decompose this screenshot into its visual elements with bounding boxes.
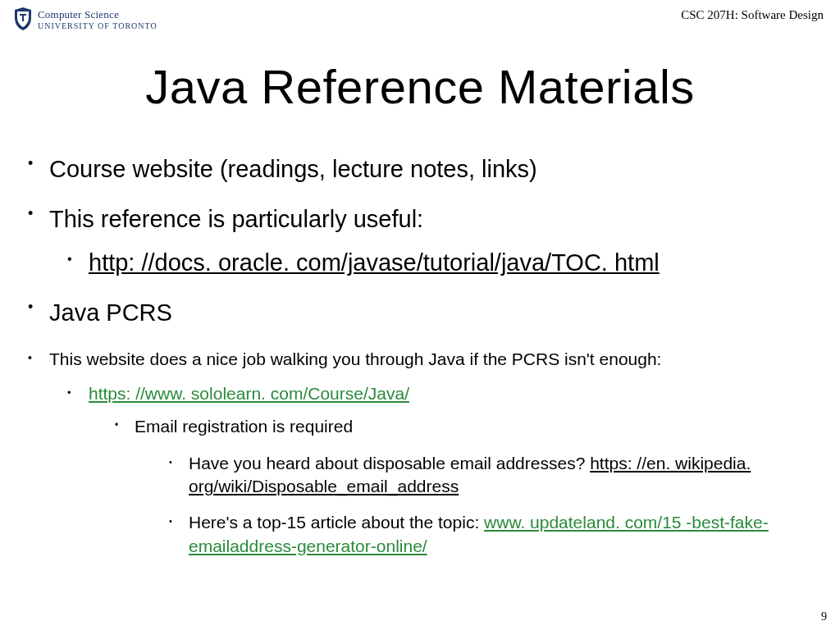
logo-text: Computer Science UNIVERSITY OF TORONTO xyxy=(38,8,158,30)
bullet-reference-text: This reference is particularly useful: xyxy=(49,206,423,232)
page-number: 9 xyxy=(821,610,827,623)
disposable-email-text: Have you heard about disposable email ad… xyxy=(189,454,590,472)
oracle-tutorial-link[interactable]: http: //docs. oracle. com/javase/tutoria… xyxy=(89,249,660,276)
slide-title: Java Reference Materials xyxy=(0,59,840,114)
sololearn-link[interactable]: https: //www. sololearn. com/Course/Java… xyxy=(89,384,409,403)
fake-email-text: Here's a top-15 article about the topic: xyxy=(189,513,484,532)
bullet-reference-useful: This reference is particularly useful: h… xyxy=(20,203,820,279)
bullet-course-website: Course website (readings, lecture notes,… xyxy=(20,153,820,185)
bullet-fake-email-article: Here's a top-15 article about the topic:… xyxy=(135,511,820,558)
bullet-sololearn-link-item: https: //www. sololearn. com/Course/Java… xyxy=(49,382,820,558)
bullet-sololearn-text: This website does a nice job walking you… xyxy=(49,349,661,368)
slide-content: Course website (readings, lecture notes,… xyxy=(0,153,840,558)
logo-line1: Computer Science xyxy=(38,8,158,21)
bullet-email-reg-text: Email registration is required xyxy=(135,417,353,436)
slide-header: Computer Science UNIVERSITY OF TORONTO C… xyxy=(0,0,840,34)
logo-block: Computer Science UNIVERSITY OF TORONTO xyxy=(13,7,158,31)
university-crest-icon xyxy=(13,7,33,31)
bullet-sololearn-intro: This website does a nice job walking you… xyxy=(20,348,820,558)
course-label: CSC 207H: Software Design xyxy=(681,8,824,22)
bullet-java-pcrs: Java PCRS xyxy=(20,297,820,329)
svg-rect-1 xyxy=(22,14,24,21)
bullet-disposable-email: Have you heard about disposable email ad… xyxy=(135,452,820,499)
bullet-oracle-link-item: http: //docs. oracle. com/javase/tutoria… xyxy=(49,247,820,279)
logo-line2: UNIVERSITY OF TORONTO xyxy=(38,21,158,30)
bullet-email-registration: Email registration is required Have you … xyxy=(89,415,820,558)
